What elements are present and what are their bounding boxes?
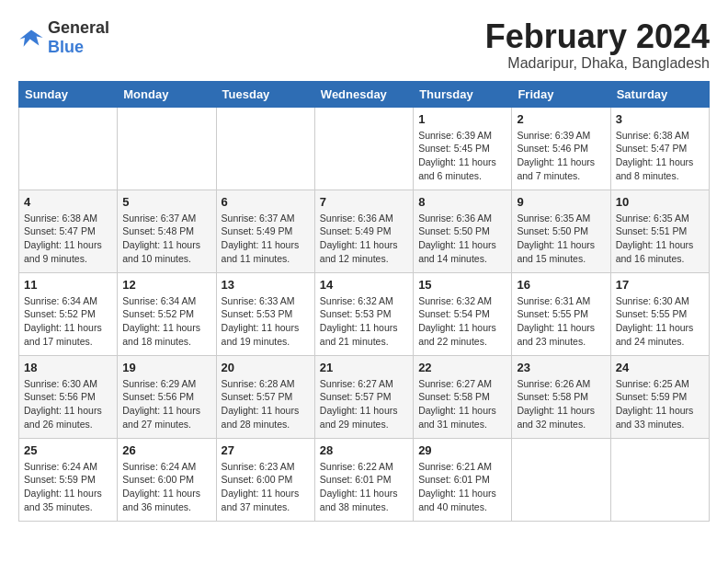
logo-general-text: General (48, 18, 109, 37)
weekday-header-sunday: Sunday (19, 81, 118, 107)
calendar-cell: 24Sunrise: 6:25 AMSunset: 5:59 PMDayligh… (610, 355, 709, 438)
day-number: 18 (24, 361, 112, 374)
calendar-week-row: 25Sunrise: 6:24 AMSunset: 5:59 PMDayligh… (19, 438, 710, 521)
calendar-week-row: 4Sunrise: 6:38 AMSunset: 5:47 PMDaylight… (19, 190, 710, 272)
calendar-cell: 4Sunrise: 6:38 AMSunset: 5:47 PMDaylight… (19, 190, 118, 272)
day-info: Sunrise: 6:33 AMSunset: 5:53 PMDaylight:… (222, 294, 310, 349)
day-number: 17 (616, 278, 704, 292)
calendar-cell: 3Sunrise: 6:38 AMSunset: 5:47 PMDaylight… (610, 107, 709, 190)
logo: General Blue (18, 18, 109, 57)
day-number: 12 (122, 278, 210, 292)
calendar-cell: 16Sunrise: 6:31 AMSunset: 5:55 PMDayligh… (512, 272, 610, 355)
weekday-header-tuesday: Tuesday (216, 81, 314, 107)
day-info: Sunrise: 6:35 AMSunset: 5:51 PMDaylight:… (616, 212, 704, 266)
calendar-cell (19, 107, 118, 190)
calendar-cell: 17Sunrise: 6:30 AMSunset: 5:55 PMDayligh… (610, 272, 709, 355)
day-info: Sunrise: 6:30 AMSunset: 5:56 PMDaylight:… (24, 377, 112, 431)
day-number: 26 (122, 443, 210, 457)
day-info: Sunrise: 6:38 AMSunset: 5:47 PMDaylight:… (616, 129, 704, 183)
day-number: 20 (222, 361, 310, 374)
calendar-cell: 29Sunrise: 6:21 AMSunset: 6:01 PMDayligh… (414, 438, 512, 521)
day-info: Sunrise: 6:35 AMSunset: 5:50 PMDaylight:… (517, 212, 605, 266)
calendar-cell: 6Sunrise: 6:37 AMSunset: 5:49 PMDaylight… (216, 190, 314, 272)
day-info: Sunrise: 6:26 AMSunset: 5:58 PMDaylight:… (517, 377, 605, 431)
day-number: 7 (320, 195, 408, 209)
day-info: Sunrise: 6:39 AMSunset: 5:46 PMDaylight:… (517, 129, 605, 183)
day-info: Sunrise: 6:24 AMSunset: 5:59 PMDaylight:… (24, 460, 112, 514)
day-number: 13 (222, 278, 310, 292)
calendar-cell: 12Sunrise: 6:34 AMSunset: 5:52 PMDayligh… (118, 272, 216, 355)
weekday-header-row: SundayMondayTuesdayWednesdayThursdayFrid… (19, 81, 710, 107)
logo-bird-icon (18, 25, 44, 51)
calendar-cell (216, 107, 314, 190)
calendar-week-row: 18Sunrise: 6:30 AMSunset: 5:56 PMDayligh… (19, 355, 710, 438)
logo-blue-text: Blue (48, 38, 84, 56)
calendar-cell: 7Sunrise: 6:36 AMSunset: 5:49 PMDaylight… (314, 190, 413, 272)
calendar-cell: 15Sunrise: 6:32 AMSunset: 5:54 PMDayligh… (414, 272, 512, 355)
day-number: 4 (24, 195, 112, 209)
weekday-header-friday: Friday (512, 81, 610, 107)
day-number: 22 (418, 361, 506, 374)
day-info: Sunrise: 6:29 AMSunset: 5:56 PMDaylight:… (122, 377, 210, 431)
day-number: 28 (320, 443, 408, 457)
title-block: February 2024 Madaripur, Dhaka, Banglade… (485, 18, 710, 72)
day-number: 2 (517, 112, 605, 126)
day-info: Sunrise: 6:34 AMSunset: 5:52 PMDaylight:… (24, 294, 112, 349)
calendar-cell: 13Sunrise: 6:33 AMSunset: 5:53 PMDayligh… (216, 272, 314, 355)
day-info: Sunrise: 6:27 AMSunset: 5:57 PMDaylight:… (320, 377, 408, 431)
calendar-table: SundayMondayTuesdayWednesdayThursdayFrid… (18, 81, 710, 522)
calendar-week-row: 11Sunrise: 6:34 AMSunset: 5:52 PMDayligh… (19, 272, 710, 355)
page-header: General Blue February 2024 Madaripur, Dh… (18, 18, 710, 72)
calendar-cell: 1Sunrise: 6:39 AMSunset: 5:45 PMDaylight… (414, 107, 512, 190)
day-info: Sunrise: 6:39 AMSunset: 5:45 PMDaylight:… (418, 129, 506, 183)
day-number: 5 (122, 195, 210, 209)
calendar-cell: 21Sunrise: 6:27 AMSunset: 5:57 PMDayligh… (314, 355, 413, 438)
day-number: 25 (24, 443, 112, 457)
calendar-cell: 5Sunrise: 6:37 AMSunset: 5:48 PMDaylight… (118, 190, 216, 272)
calendar-cell: 9Sunrise: 6:35 AMSunset: 5:50 PMDaylight… (512, 190, 610, 272)
day-number: 3 (616, 112, 704, 126)
day-number: 19 (122, 361, 210, 374)
day-info: Sunrise: 6:25 AMSunset: 5:59 PMDaylight:… (616, 377, 704, 431)
day-info: Sunrise: 6:32 AMSunset: 5:54 PMDaylight:… (418, 294, 506, 349)
day-info: Sunrise: 6:37 AMSunset: 5:48 PMDaylight:… (122, 212, 210, 266)
calendar-cell: 26Sunrise: 6:24 AMSunset: 6:00 PMDayligh… (118, 438, 216, 521)
day-number: 23 (517, 361, 605, 374)
day-number: 14 (320, 278, 408, 292)
day-info: Sunrise: 6:27 AMSunset: 5:58 PMDaylight:… (418, 377, 506, 431)
weekday-header-monday: Monday (118, 81, 216, 107)
calendar-cell: 18Sunrise: 6:30 AMSunset: 5:56 PMDayligh… (19, 355, 118, 438)
day-info: Sunrise: 6:31 AMSunset: 5:55 PMDaylight:… (517, 294, 605, 349)
calendar-cell (314, 107, 413, 190)
day-info: Sunrise: 6:22 AMSunset: 6:01 PMDaylight:… (320, 460, 408, 514)
svg-marker-0 (19, 30, 42, 47)
calendar-cell: 28Sunrise: 6:22 AMSunset: 6:01 PMDayligh… (314, 438, 413, 521)
calendar-cell: 2Sunrise: 6:39 AMSunset: 5:46 PMDaylight… (512, 107, 610, 190)
calendar-cell: 20Sunrise: 6:28 AMSunset: 5:57 PMDayligh… (216, 355, 314, 438)
day-number: 15 (418, 278, 506, 292)
weekday-header-wednesday: Wednesday (314, 81, 413, 107)
calendar-cell: 22Sunrise: 6:27 AMSunset: 5:58 PMDayligh… (414, 355, 512, 438)
day-info: Sunrise: 6:34 AMSunset: 5:52 PMDaylight:… (122, 294, 210, 349)
day-info: Sunrise: 6:23 AMSunset: 6:00 PMDaylight:… (222, 460, 310, 514)
calendar-cell: 27Sunrise: 6:23 AMSunset: 6:00 PMDayligh… (216, 438, 314, 521)
day-number: 24 (616, 361, 704, 374)
day-number: 1 (418, 112, 506, 126)
calendar-cell: 8Sunrise: 6:36 AMSunset: 5:50 PMDaylight… (414, 190, 512, 272)
calendar-cell: 11Sunrise: 6:34 AMSunset: 5:52 PMDayligh… (19, 272, 118, 355)
calendar-cell (610, 438, 709, 521)
day-number: 8 (418, 195, 506, 209)
calendar-cell (118, 107, 216, 190)
day-number: 6 (222, 195, 310, 209)
location-subtitle: Madaripur, Dhaka, Bangladesh (485, 55, 710, 72)
day-info: Sunrise: 6:38 AMSunset: 5:47 PMDaylight:… (24, 212, 112, 266)
calendar-cell: 10Sunrise: 6:35 AMSunset: 5:51 PMDayligh… (610, 190, 709, 272)
day-info: Sunrise: 6:28 AMSunset: 5:57 PMDaylight:… (222, 377, 310, 431)
day-info: Sunrise: 6:21 AMSunset: 6:01 PMDaylight:… (418, 460, 506, 514)
day-info: Sunrise: 6:32 AMSunset: 5:53 PMDaylight:… (320, 294, 408, 349)
calendar-cell: 23Sunrise: 6:26 AMSunset: 5:58 PMDayligh… (512, 355, 610, 438)
calendar-week-row: 1Sunrise: 6:39 AMSunset: 5:45 PMDaylight… (19, 107, 710, 190)
day-number: 9 (517, 195, 605, 209)
day-info: Sunrise: 6:36 AMSunset: 5:49 PMDaylight:… (320, 212, 408, 266)
day-number: 11 (24, 278, 112, 292)
